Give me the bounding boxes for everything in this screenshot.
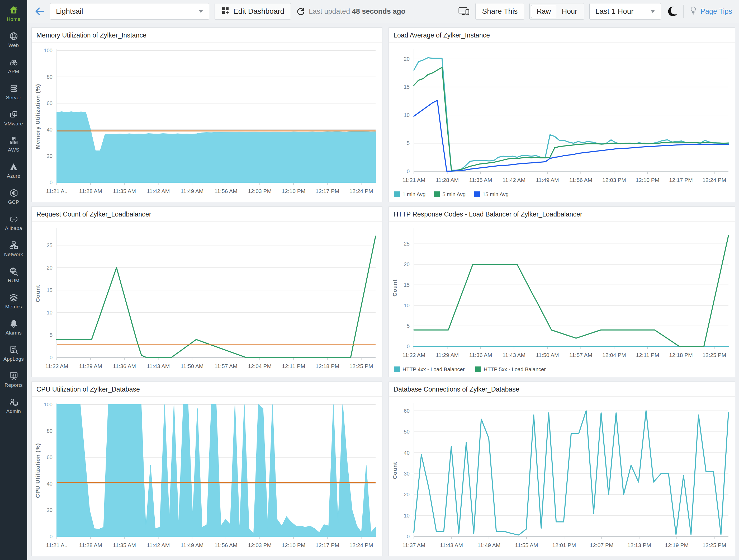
svg-text:20: 20 xyxy=(47,153,52,159)
dashboard-select[interactable]: Lightsail xyxy=(50,3,209,19)
svg-text:11:42 AM: 11:42 AM xyxy=(147,542,170,548)
share-this-button[interactable]: Share This xyxy=(475,3,524,19)
dark-mode-moon-icon[interactable] xyxy=(667,6,678,17)
legend-item[interactable]: 1 min Avg xyxy=(394,191,425,197)
chart-canvas[interactable]: 0510152025Count11:22 AM11:29 AM11:36 AM1… xyxy=(32,222,382,377)
granularity-hour[interactable]: Hour xyxy=(556,5,583,18)
svg-text:12:10 PM: 12:10 PM xyxy=(282,542,305,548)
chart-title: HTTP Response Codes - Load Balancer of Z… xyxy=(389,207,735,222)
sidebar-item-rum[interactable]: RUM xyxy=(0,264,27,290)
svg-text:60: 60 xyxy=(47,454,52,460)
legend-item[interactable]: 5 min Avg xyxy=(434,191,466,197)
sidebar-item-alibaba[interactable]: Alibaba xyxy=(0,212,27,238)
svg-text:50: 50 xyxy=(404,429,410,435)
time-range-select[interactable]: Last 1 Hour xyxy=(589,3,661,19)
svg-text:40: 40 xyxy=(47,127,52,133)
svg-text:20: 20 xyxy=(47,265,52,271)
chart-canvas[interactable]: 0510152011:21 AM11:28 AM11:35 AM11:42 AM… xyxy=(389,42,735,202)
sidebar-item-metrics[interactable]: Metrics xyxy=(0,290,27,316)
page-tips-link[interactable]: Page Tips xyxy=(689,6,732,17)
chart-canvas[interactable]: 0102030405060Count11:37 AM11:43 AM11:49 … xyxy=(389,397,735,556)
back-arrow-icon[interactable] xyxy=(34,6,45,17)
svg-text:20: 20 xyxy=(404,492,410,498)
sidebar-item-apm[interactable]: APM xyxy=(0,55,27,81)
time-range-value: Last 1 Hour xyxy=(595,7,634,16)
svg-text:HTTP 4xx - Load Balancer: HTTP 4xx - Load Balancer xyxy=(403,367,465,372)
chart-canvas[interactable]: 020406080100Memory Utilization (%)11:21 … xyxy=(32,42,382,202)
svg-text:10: 10 xyxy=(47,310,52,315)
svg-text:11:37 AM: 11:37 AM xyxy=(402,542,425,548)
svg-text:11:21 A..: 11:21 A.. xyxy=(46,542,67,548)
sidebar-item-server[interactable]: Server xyxy=(0,81,27,107)
svg-text:11:56 AM: 11:56 AM xyxy=(569,177,592,183)
svg-text:11:49 AM: 11:49 AM xyxy=(536,177,559,183)
svg-text:HTTP 5xx - Load Balancer: HTTP 5xx - Load Balancer xyxy=(484,367,546,372)
chart-panel-5: CPU Utilization of Zylker_Database 02040… xyxy=(31,382,383,556)
svg-text:20: 20 xyxy=(404,261,410,267)
svg-text:11:43 AM: 11:43 AM xyxy=(440,542,463,548)
devices-icon[interactable] xyxy=(458,6,470,17)
svg-text:11:49 AM: 11:49 AM xyxy=(180,188,203,194)
sidebar-item-aws[interactable]: AWS xyxy=(0,133,27,159)
sidebar-item-network[interactable]: Network xyxy=(0,238,27,264)
legend-item[interactable]: HTTP 4xx - Load Balancer xyxy=(394,367,465,372)
svg-text:12:24 PM: 12:24 PM xyxy=(349,542,373,548)
svg-text:12:19 PM: 12:19 PM xyxy=(665,542,689,548)
svg-text:12:04 PM: 12:04 PM xyxy=(248,363,272,369)
dashboard-select-value: Lightsail xyxy=(56,7,83,16)
bell-icon xyxy=(9,319,19,329)
sidebar-item-label: AWS xyxy=(8,147,19,153)
svg-text:Memory Utilization (%): Memory Utilization (%) xyxy=(34,84,41,149)
svg-text:11:21 AM: 11:21 AM xyxy=(402,177,425,183)
chart-panel-3: Request Count of Zylker_Loadbalancer 051… xyxy=(31,206,383,377)
sidebar-item-web[interactable]: Web xyxy=(0,29,27,55)
edit-dashboard-button[interactable]: Edit Dashboard xyxy=(214,3,291,19)
legend-item[interactable]: 15 min Avg xyxy=(474,191,508,197)
granularity-raw[interactable]: Raw xyxy=(531,5,556,18)
svg-text:15: 15 xyxy=(404,282,410,288)
legend-item[interactable]: HTTP 5xx - Load Balancer xyxy=(475,367,546,372)
sidebar-item-azure[interactable]: Azure xyxy=(0,159,27,186)
sidebar-item-label: Alibaba xyxy=(5,226,22,231)
svg-text:15: 15 xyxy=(404,84,410,90)
sidebar-item-label: Server xyxy=(6,95,21,101)
chart-panel-2: Load Average of Zylker_Instance 05101520… xyxy=(389,27,735,202)
svg-text:Count: Count xyxy=(392,462,398,479)
svg-text:40: 40 xyxy=(404,450,410,456)
chart-panel-1: Memory Utilization of Zylker_Instance 02… xyxy=(31,27,383,202)
chart-canvas[interactable]: 0510152025Count11:22 AM11:29 AM11:36 AM1… xyxy=(389,222,735,377)
sidebar-item-alarms[interactable]: Alarms xyxy=(0,316,27,342)
svg-text:5: 5 xyxy=(407,140,410,146)
sidebar-item-vmware[interactable]: VMware xyxy=(0,107,27,133)
chart-title: Load Average of Zylker_Instance xyxy=(389,28,735,42)
divider xyxy=(683,5,684,18)
sidebar-item-label: Admin xyxy=(6,408,21,414)
refresh-icon[interactable] xyxy=(296,7,305,16)
sidebar-item-admin[interactable]: Admin xyxy=(0,395,27,421)
svg-text:11:22 AM: 11:22 AM xyxy=(45,363,68,369)
sidebar-item-label: Home xyxy=(7,16,21,22)
sidebar-item-gcp[interactable]: GCP xyxy=(0,186,27,212)
bulb-icon xyxy=(689,6,698,17)
svg-text:5 min Avg: 5 min Avg xyxy=(443,191,466,197)
sidebar-item-label: RUM xyxy=(8,278,19,284)
last-updated: Last updated 48 seconds ago xyxy=(296,7,405,16)
svg-text:11:35 AM: 11:35 AM xyxy=(469,177,492,183)
svg-text:12:10 PM: 12:10 PM xyxy=(635,177,659,183)
sidebar-item-label: AppLogs xyxy=(3,356,24,362)
chart-title: CPU Utilization of Zylker_Database xyxy=(32,382,382,397)
home-icon xyxy=(9,5,19,15)
svg-text:11:29 AM: 11:29 AM xyxy=(436,352,459,358)
sidebar-item-reports[interactable]: Reports xyxy=(0,369,27,395)
azure-icon xyxy=(9,162,19,172)
svg-text:100: 100 xyxy=(44,47,52,53)
sidebar-item-applogs[interactable]: AppLogs xyxy=(0,342,27,369)
svg-text:12:18 PM: 12:18 PM xyxy=(669,352,693,358)
dashboard-grid: Memory Utilization of Zylker_Instance 02… xyxy=(27,23,739,558)
svg-text:11:28 AM: 11:28 AM xyxy=(79,188,102,194)
sidebar-item-home[interactable]: Home xyxy=(0,3,27,29)
svg-text:11:50 AM: 11:50 AM xyxy=(180,363,203,369)
chart-title: Memory Utilization of Zylker_Instance xyxy=(32,28,382,42)
chart-canvas[interactable]: 020406080100CPU Utilization (%)11:21 A..… xyxy=(32,397,382,556)
svg-text:0: 0 xyxy=(407,534,410,539)
